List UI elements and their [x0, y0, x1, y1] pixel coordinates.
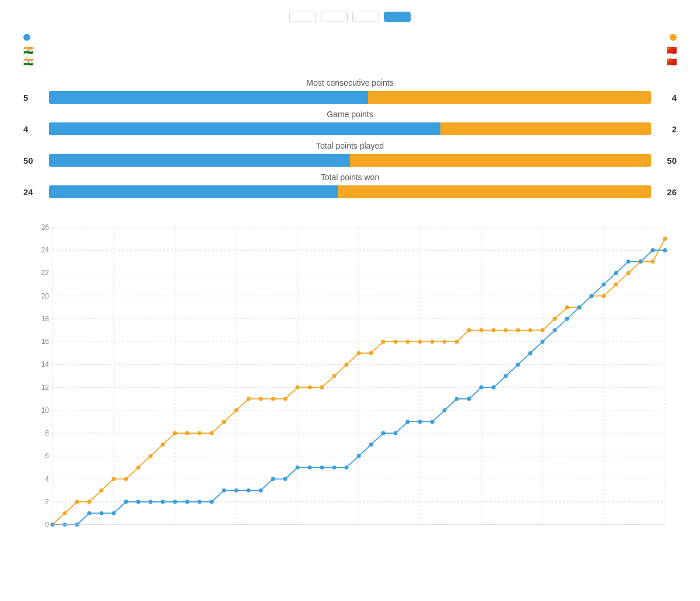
- player-dot-orange: [670, 34, 677, 41]
- svg-point-124: [467, 397, 471, 401]
- stat-right-value-2: 50: [656, 156, 677, 166]
- svg-point-44: [112, 477, 116, 481]
- svg-text:18: 18: [41, 315, 50, 323]
- svg-point-56: [259, 397, 263, 401]
- stat-left-value-1: 4: [23, 124, 44, 134]
- svg-point-108: [271, 477, 275, 481]
- chart-wrapper: 02468101214161820222426: [23, 216, 677, 542]
- chart-section: 02468101214161820222426: [23, 216, 677, 542]
- stat-title-1: Game points: [23, 110, 677, 119]
- svg-point-96: [124, 500, 128, 504]
- svg-point-109: [284, 477, 288, 481]
- tab-game2[interactable]: [352, 12, 379, 22]
- svg-point-62: [332, 374, 337, 378]
- bar-blue-1: [49, 122, 440, 135]
- svg-point-117: [382, 431, 386, 435]
- svg-point-89: [663, 237, 667, 241]
- bar-orange-0: [368, 91, 651, 104]
- stat-right-value-3: 26: [656, 187, 677, 197]
- svg-point-80: [553, 317, 557, 321]
- svg-point-48: [161, 442, 165, 447]
- tab-bar: [23, 12, 677, 22]
- flag-india-2: 🇮🇳: [23, 57, 33, 66]
- tab-match[interactable]: [289, 12, 316, 22]
- player-left: 🇮🇳 🇮🇳: [23, 34, 37, 66]
- svg-point-67: [394, 340, 398, 344]
- svg-text:20: 20: [41, 292, 50, 300]
- svg-point-135: [602, 283, 606, 287]
- stat-block-0: Most consecutive points54: [23, 78, 677, 104]
- svg-point-129: [528, 351, 533, 355]
- flag-india-1: 🇮🇳: [23, 45, 33, 55]
- svg-point-60: [308, 385, 312, 389]
- stat-right-value-1: 2: [656, 124, 677, 134]
- svg-point-95: [112, 511, 116, 515]
- bar-orange-2: [350, 154, 651, 167]
- svg-point-55: [247, 397, 251, 401]
- svg-point-57: [271, 397, 275, 401]
- svg-point-51: [198, 431, 202, 435]
- svg-point-59: [296, 385, 300, 389]
- player-right-1: 🇨🇳: [663, 45, 677, 55]
- stats-section: Most consecutive points54Game points42To…: [23, 78, 677, 198]
- svg-point-88: [651, 259, 655, 263]
- svg-point-41: [75, 500, 79, 504]
- tab-game1[interactable]: [321, 12, 348, 22]
- svg-point-111: [308, 465, 312, 469]
- svg-point-127: [504, 374, 508, 378]
- svg-point-125: [480, 385, 484, 389]
- svg-point-112: [320, 465, 324, 469]
- flag-china-2: 🇨🇳: [667, 57, 677, 66]
- svg-point-73: [467, 328, 471, 332]
- svg-point-133: [578, 305, 582, 310]
- svg-point-54: [235, 408, 239, 412]
- stat-block-2: Total points played5050: [23, 141, 677, 167]
- svg-point-69: [418, 340, 422, 344]
- stat-right-value-0: 4: [656, 93, 677, 103]
- stat-bar-2: [49, 154, 651, 167]
- svg-point-74: [480, 328, 484, 332]
- svg-text:8: 8: [45, 429, 49, 437]
- svg-point-98: [149, 500, 153, 504]
- svg-point-100: [173, 500, 177, 504]
- svg-point-86: [626, 271, 631, 275]
- stat-bar-1: [49, 122, 651, 135]
- svg-point-84: [602, 294, 606, 298]
- svg-text:0: 0: [45, 521, 49, 529]
- svg-point-93: [88, 511, 92, 515]
- svg-point-45: [124, 477, 128, 481]
- svg-point-119: [406, 420, 410, 424]
- player-left-1: 🇮🇳: [23, 45, 37, 55]
- svg-point-137: [626, 259, 631, 263]
- svg-point-63: [345, 363, 349, 367]
- svg-point-130: [541, 340, 545, 344]
- svg-point-58: [284, 397, 288, 401]
- svg-point-118: [394, 431, 398, 435]
- svg-point-78: [528, 328, 533, 332]
- svg-point-68: [406, 340, 410, 344]
- stat-title-3: Total points won: [23, 173, 677, 182]
- svg-point-114: [345, 465, 349, 469]
- svg-point-50: [186, 431, 190, 435]
- svg-point-81: [565, 305, 569, 310]
- svg-text:4: 4: [45, 475, 49, 483]
- svg-point-123: [455, 397, 459, 401]
- svg-point-76: [504, 328, 508, 332]
- svg-point-71: [443, 340, 447, 344]
- player-dot-blue: [23, 34, 30, 41]
- bar-orange-1: [440, 122, 651, 135]
- stat-row-2: 5050: [23, 154, 677, 167]
- svg-point-126: [492, 385, 496, 389]
- stat-row-1: 42: [23, 122, 677, 135]
- svg-point-75: [492, 328, 496, 332]
- player-right-2: 🇨🇳: [663, 57, 677, 66]
- tab-game3[interactable]: [384, 12, 411, 22]
- svg-point-121: [430, 420, 435, 424]
- svg-point-43: [100, 488, 104, 493]
- svg-text:24: 24: [41, 246, 50, 254]
- svg-point-85: [614, 283, 618, 287]
- stat-row-0: 54: [23, 91, 677, 104]
- svg-point-110: [296, 465, 300, 469]
- svg-point-115: [357, 454, 361, 458]
- svg-point-138: [639, 259, 643, 263]
